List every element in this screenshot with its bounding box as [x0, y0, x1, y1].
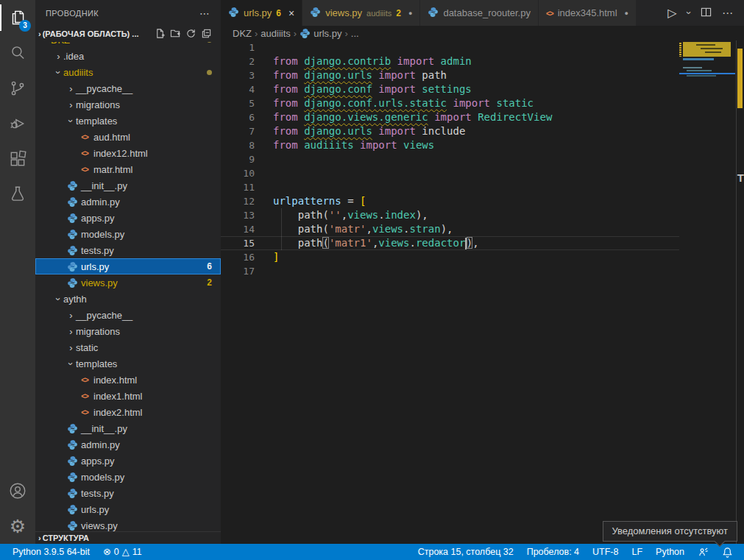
code-line-8[interactable]: 8from audiiits import views	[221, 138, 679, 152]
language-status[interactable]: Python	[649, 544, 691, 560]
tree-item-migrations[interactable]: ›migrations	[35, 96, 221, 113]
tree-item-label: index12.html	[93, 148, 148, 159]
editor-scrollbar[interactable]: T	[736, 40, 744, 544]
tree-item-aythh[interactable]: ›aythh	[35, 291, 221, 307]
tree-item-label: __pycache__	[76, 83, 132, 94]
code-line-14[interactable]: 14 path('matr',views.stran),	[221, 222, 679, 236]
cursor-position-status[interactable]: Строка 15, столбец 32	[411, 544, 520, 560]
outline-section-header[interactable]: › СТРУКТУРА	[35, 531, 221, 544]
tree-item-models.py[interactable]: models.py	[35, 469, 221, 485]
tree-item-templates[interactable]: ›templates	[35, 113, 221, 129]
collapse-all-icon[interactable]	[201, 28, 212, 40]
line-content: urlpatterns = [	[255, 194, 366, 208]
tree-item-__pycache__[interactable]: ›__pycache__	[35, 307, 221, 323]
explorer-icon[interactable]: 3	[0, 0, 35, 35]
modified-dot-icon[interactable]: ●	[625, 10, 628, 17]
tree-item-label: __pycache__	[76, 310, 132, 321]
modified-dot-icon[interactable]: ●	[408, 10, 412, 17]
code-line-6[interactable]: 6from django.views.generic import Redire…	[221, 110, 679, 124]
search-icon[interactable]	[0, 35, 35, 71]
split-editor-icon[interactable]	[701, 7, 712, 20]
tree-item-index1.html[interactable]: <>index1.html	[35, 388, 221, 404]
settings-gear-icon[interactable]: ⚙	[0, 508, 35, 544]
workspace-section-header[interactable]: › (РАБОЧАЯ ОБЛАСТЬ) ...	[35, 26, 221, 42]
tree-item-tests.py[interactable]: tests.py	[35, 485, 221, 501]
refresh-icon[interactable]	[185, 28, 196, 40]
breadcrumb-item-audiiits[interactable]: audiiits	[261, 28, 290, 39]
line-content	[255, 166, 273, 180]
problems-status[interactable]: ⊗ 0 △ 11	[96, 544, 149, 560]
python-interpreter-status[interactable]: Python 3.9.5 64-bit	[6, 544, 96, 560]
tree-item-admin.py[interactable]: admin.py	[35, 436, 221, 453]
tree-item-apps.py[interactable]: apps.py	[35, 210, 221, 226]
tree-item-index2.html[interactable]: <>index2.html	[35, 404, 221, 420]
tree-item-aud.html[interactable]: <>aud.html	[35, 129, 221, 145]
source-control-icon[interactable]	[0, 71, 35, 106]
tree-item-matr.html[interactable]: <>matr.html	[35, 161, 221, 177]
code-line-17[interactable]: 17	[221, 264, 679, 278]
code-line-10[interactable]: 10	[221, 166, 679, 180]
code-line-4[interactable]: 4from django.conf import settings	[221, 82, 679, 96]
tree-item-urls.py[interactable]: urls.py6	[35, 258, 221, 274]
code-line-3[interactable]: 3from django.urls import path	[221, 68, 679, 82]
tree-item-templates[interactable]: ›templates	[35, 355, 221, 372]
tree-item-DKZ[interactable]: ›DKZ	[35, 42, 221, 48]
run-debug-icon[interactable]	[0, 106, 35, 141]
tree-item-admin.py[interactable]: admin.py	[35, 194, 221, 210]
line-number: 8	[221, 138, 255, 152]
tree-item-static[interactable]: ›static	[35, 339, 221, 355]
code-line-12[interactable]: 12urlpatterns = [	[221, 194, 679, 208]
tab-urls.py[interactable]: urls.py6×	[221, 0, 302, 26]
problems-badge: 2	[207, 277, 212, 288]
sidebar-more-icon[interactable]: ⋯	[199, 7, 210, 19]
breadcrumb-item-...[interactable]: ...	[351, 28, 359, 39]
tab-database_roouter.py[interactable]: database_roouter.py	[420, 0, 539, 26]
tree-item-models.py[interactable]: models.py	[35, 226, 221, 242]
tree-item-__init__.py[interactable]: __init__.py	[35, 420, 221, 436]
tree-item-index12.html[interactable]: <>index12.html	[35, 145, 221, 161]
tab-views.py[interactable]: views.pyaudiiits2●	[302, 0, 420, 26]
encoding-status[interactable]: UTF-8	[586, 544, 625, 560]
account-icon[interactable]	[0, 473, 35, 508]
feedback-icon[interactable]	[691, 544, 715, 560]
tab-index345.html[interactable]: <>index345.html●	[539, 0, 637, 26]
indent-guide	[281, 222, 282, 236]
code-line-16[interactable]: 16]	[221, 250, 679, 264]
code-line-13[interactable]: 13 path('',views.index),	[221, 208, 679, 222]
tree-item-views.py[interactable]: views.py2	[35, 274, 221, 291]
code-line-1[interactable]: 1	[221, 40, 679, 54]
code-line-5[interactable]: 5from django.conf.urls.static import sta…	[221, 96, 679, 110]
close-icon[interactable]: ×	[288, 7, 294, 19]
code-line-11[interactable]: 11	[221, 180, 679, 194]
more-actions-icon[interactable]: ⋯	[722, 7, 734, 20]
minimap[interactable]	[679, 40, 735, 544]
code-editor[interactable]: 12from django.contrib import admin3from …	[221, 40, 744, 544]
tree-item-apps.py[interactable]: apps.py	[35, 453, 221, 469]
tree-item-.idea[interactable]: ›.idea	[35, 48, 221, 64]
code-line-9[interactable]: 9	[221, 152, 679, 166]
run-python-file-icon[interactable]: ▷	[667, 6, 676, 20]
new-folder-icon[interactable]	[170, 28, 181, 40]
code-line-7[interactable]: 7from django.urls import include	[221, 124, 679, 138]
testing-icon[interactable]	[0, 177, 35, 212]
indentation-status[interactable]: Пробелов: 4	[520, 544, 586, 560]
tree-item-tests.py[interactable]: tests.py	[35, 242, 221, 258]
html-file-icon: <>	[79, 133, 91, 141]
tree-item-__pycache__[interactable]: ›__pycache__	[35, 80, 221, 96]
extensions-icon[interactable]	[0, 141, 35, 177]
tab-description: audiiits	[366, 9, 392, 18]
tree-item-views.py[interactable]: views.py	[35, 517, 221, 531]
new-file-icon[interactable]	[155, 28, 166, 40]
eol-status[interactable]: LF	[625, 544, 649, 560]
tree-item-index.html[interactable]: <>index.html	[35, 372, 221, 388]
code-line-2[interactable]: 2from django.contrib import admin	[221, 54, 679, 68]
breadcrumb-item-DKZ[interactable]: DKZ	[233, 28, 252, 39]
tree-item-audiiits[interactable]: ›audiiits	[35, 64, 221, 80]
run-dropdown-chevron-icon[interactable]: ›	[683, 11, 694, 14]
tree-item-migrations[interactable]: ›migrations	[35, 323, 221, 339]
code-line-15[interactable]: 15 path('matr1',views.redactor),	[221, 236, 679, 250]
tree-item-__init__.py[interactable]: __init__.py	[35, 177, 221, 194]
problems-badge: 6	[207, 261, 212, 272]
breadcrumb-item-urls.py[interactable]: urls.py	[300, 28, 341, 39]
tree-item-urls.py[interactable]: urls.py	[35, 501, 221, 517]
